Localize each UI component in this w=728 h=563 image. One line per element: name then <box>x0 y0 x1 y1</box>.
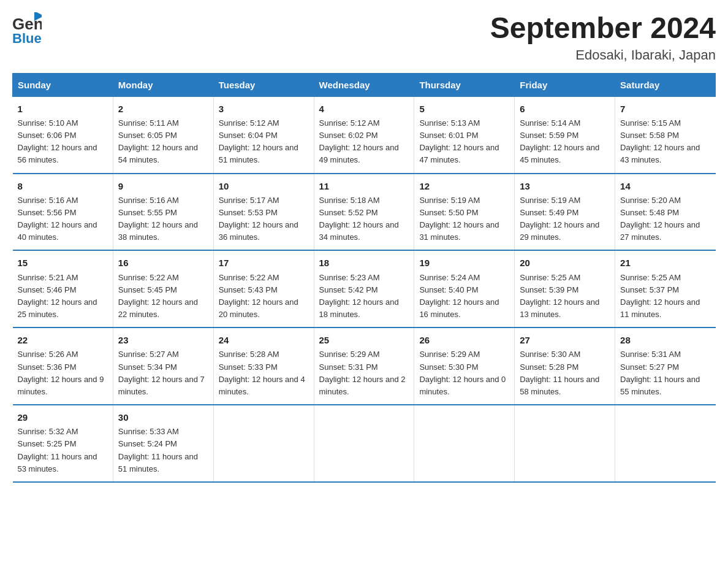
day-info: Sunrise: 5:33 AMSunset: 5:24 PMDaylight:… <box>118 427 198 473</box>
week-row-5: 29 Sunrise: 5:32 AMSunset: 5:25 PMDaylig… <box>13 405 716 482</box>
day-info: Sunrise: 5:25 AMSunset: 5:37 PMDaylight:… <box>620 273 700 319</box>
day-cell: 14 Sunrise: 5:20 AMSunset: 5:48 PMDaylig… <box>615 174 716 251</box>
weekday-header-monday: Monday <box>113 73 213 96</box>
day-cell: 24 Sunrise: 5:28 AMSunset: 5:33 PMDaylig… <box>213 327 314 405</box>
day-info: Sunrise: 5:16 AMSunset: 5:55 PMDaylight:… <box>118 196 198 242</box>
day-info: Sunrise: 5:30 AMSunset: 5:28 PMDaylight:… <box>520 350 599 396</box>
weekday-header-tuesday: Tuesday <box>213 73 314 96</box>
day-cell: 15 Sunrise: 5:21 AMSunset: 5:46 PMDaylig… <box>13 250 113 327</box>
day-cell: 7 Sunrise: 5:15 AMSunset: 5:58 PMDayligh… <box>615 96 716 173</box>
day-info: Sunrise: 5:21 AMSunset: 5:46 PMDaylight:… <box>18 273 97 319</box>
day-number: 1 <box>18 102 108 116</box>
day-number: 17 <box>219 256 309 270</box>
svg-text:Blue: Blue <box>12 31 42 44</box>
day-number: 25 <box>319 333 409 347</box>
day-cell <box>515 405 615 482</box>
day-number: 22 <box>18 333 108 347</box>
day-cell <box>414 405 515 482</box>
day-info: Sunrise: 5:27 AMSunset: 5:34 PMDaylight:… <box>118 350 205 396</box>
day-info: Sunrise: 5:25 AMSunset: 5:39 PMDaylight:… <box>520 273 599 319</box>
day-number: 29 <box>18 410 108 424</box>
day-number: 19 <box>419 256 509 270</box>
day-cell: 6 Sunrise: 5:14 AMSunset: 5:59 PMDayligh… <box>515 96 615 173</box>
page-header: General Blue September 2024 Edosaki, Iba… <box>12 12 716 63</box>
day-info: Sunrise: 5:14 AMSunset: 5:59 PMDaylight:… <box>520 118 599 164</box>
day-number: 13 <box>520 179 610 193</box>
day-info: Sunrise: 5:32 AMSunset: 5:25 PMDaylight:… <box>18 427 97 473</box>
day-info: Sunrise: 5:11 AMSunset: 6:05 PMDaylight:… <box>118 118 198 164</box>
day-cell: 10 Sunrise: 5:17 AMSunset: 5:53 PMDaylig… <box>213 174 314 251</box>
calendar-table: SundayMondayTuesdayWednesdayThursdayFrid… <box>12 73 716 483</box>
day-cell: 8 Sunrise: 5:16 AMSunset: 5:56 PMDayligh… <box>13 174 113 251</box>
logo-image: General Blue <box>12 12 42 47</box>
day-number: 27 <box>520 333 610 347</box>
weekday-header-wednesday: Wednesday <box>314 73 414 96</box>
day-cell: 20 Sunrise: 5:25 AMSunset: 5:39 PMDaylig… <box>515 250 615 327</box>
day-info: Sunrise: 5:22 AMSunset: 5:43 PMDaylight:… <box>219 273 298 319</box>
weekday-header-row: SundayMondayTuesdayWednesdayThursdayFrid… <box>13 73 716 96</box>
week-row-3: 15 Sunrise: 5:21 AMSunset: 5:46 PMDaylig… <box>13 250 716 327</box>
day-cell: 17 Sunrise: 5:22 AMSunset: 5:43 PMDaylig… <box>213 250 314 327</box>
day-number: 2 <box>118 102 208 116</box>
day-cell: 23 Sunrise: 5:27 AMSunset: 5:34 PMDaylig… <box>113 327 213 405</box>
day-number: 12 <box>419 179 509 193</box>
day-number: 24 <box>219 333 309 347</box>
day-info: Sunrise: 5:20 AMSunset: 5:48 PMDaylight:… <box>620 196 700 242</box>
day-cell: 2 Sunrise: 5:11 AMSunset: 6:05 PMDayligh… <box>113 96 213 173</box>
day-info: Sunrise: 5:22 AMSunset: 5:45 PMDaylight:… <box>118 273 198 319</box>
day-number: 15 <box>18 256 108 270</box>
weekday-header-saturday: Saturday <box>615 73 716 96</box>
day-cell: 19 Sunrise: 5:24 AMSunset: 5:40 PMDaylig… <box>414 250 515 327</box>
day-number: 10 <box>219 179 309 193</box>
day-number: 21 <box>620 256 710 270</box>
week-row-1: 1 Sunrise: 5:10 AMSunset: 6:06 PMDayligh… <box>13 96 716 173</box>
day-info: Sunrise: 5:17 AMSunset: 5:53 PMDaylight:… <box>219 196 298 242</box>
weekday-header-sunday: Sunday <box>13 73 113 96</box>
day-number: 26 <box>419 333 509 347</box>
week-row-2: 8 Sunrise: 5:16 AMSunset: 5:56 PMDayligh… <box>13 174 716 251</box>
day-info: Sunrise: 5:18 AMSunset: 5:52 PMDaylight:… <box>319 196 399 242</box>
day-info: Sunrise: 5:26 AMSunset: 5:36 PMDaylight:… <box>18 350 104 396</box>
title-block: September 2024 Edosaki, Ibaraki, Japan <box>490 12 716 63</box>
day-cell: 29 Sunrise: 5:32 AMSunset: 5:25 PMDaylig… <box>13 405 113 482</box>
day-cell: 25 Sunrise: 5:29 AMSunset: 5:31 PMDaylig… <box>314 327 414 405</box>
weekday-header-thursday: Thursday <box>414 73 515 96</box>
day-info: Sunrise: 5:29 AMSunset: 5:30 PMDaylight:… <box>419 350 506 396</box>
day-number: 20 <box>520 256 610 270</box>
day-cell: 11 Sunrise: 5:18 AMSunset: 5:52 PMDaylig… <box>314 174 414 251</box>
day-cell: 3 Sunrise: 5:12 AMSunset: 6:04 PMDayligh… <box>213 96 314 173</box>
day-cell: 16 Sunrise: 5:22 AMSunset: 5:45 PMDaylig… <box>113 250 213 327</box>
day-cell: 12 Sunrise: 5:19 AMSunset: 5:50 PMDaylig… <box>414 174 515 251</box>
day-number: 3 <box>219 102 309 116</box>
day-cell <box>615 405 716 482</box>
day-number: 28 <box>620 333 710 347</box>
day-cell: 27 Sunrise: 5:30 AMSunset: 5:28 PMDaylig… <box>515 327 615 405</box>
location-subtitle: Edosaki, Ibaraki, Japan <box>490 47 716 63</box>
day-info: Sunrise: 5:16 AMSunset: 5:56 PMDaylight:… <box>18 196 97 242</box>
day-cell <box>213 405 314 482</box>
day-info: Sunrise: 5:23 AMSunset: 5:42 PMDaylight:… <box>319 273 399 319</box>
day-number: 7 <box>620 102 710 116</box>
day-number: 8 <box>18 179 108 193</box>
day-info: Sunrise: 5:13 AMSunset: 6:01 PMDaylight:… <box>419 118 499 164</box>
day-info: Sunrise: 5:28 AMSunset: 5:33 PMDaylight:… <box>219 350 305 396</box>
day-cell: 13 Sunrise: 5:19 AMSunset: 5:49 PMDaylig… <box>515 174 615 251</box>
day-info: Sunrise: 5:31 AMSunset: 5:27 PMDaylight:… <box>620 350 700 396</box>
day-cell: 28 Sunrise: 5:31 AMSunset: 5:27 PMDaylig… <box>615 327 716 405</box>
day-cell: 22 Sunrise: 5:26 AMSunset: 5:36 PMDaylig… <box>13 327 113 405</box>
day-info: Sunrise: 5:10 AMSunset: 6:06 PMDaylight:… <box>18 118 97 164</box>
day-cell: 5 Sunrise: 5:13 AMSunset: 6:01 PMDayligh… <box>414 96 515 173</box>
day-cell: 1 Sunrise: 5:10 AMSunset: 6:06 PMDayligh… <box>13 96 113 173</box>
day-info: Sunrise: 5:12 AMSunset: 6:04 PMDaylight:… <box>219 118 298 164</box>
day-cell: 30 Sunrise: 5:33 AMSunset: 5:24 PMDaylig… <box>113 405 213 482</box>
day-number: 4 <box>319 102 409 116</box>
day-info: Sunrise: 5:19 AMSunset: 5:50 PMDaylight:… <box>419 196 499 242</box>
day-number: 5 <box>419 102 509 116</box>
day-number: 6 <box>520 102 610 116</box>
day-info: Sunrise: 5:24 AMSunset: 5:40 PMDaylight:… <box>419 273 499 319</box>
day-number: 9 <box>118 179 208 193</box>
day-cell: 18 Sunrise: 5:23 AMSunset: 5:42 PMDaylig… <box>314 250 414 327</box>
day-cell: 9 Sunrise: 5:16 AMSunset: 5:55 PMDayligh… <box>113 174 213 251</box>
day-number: 14 <box>620 179 710 193</box>
logo: General Blue <box>12 12 42 47</box>
